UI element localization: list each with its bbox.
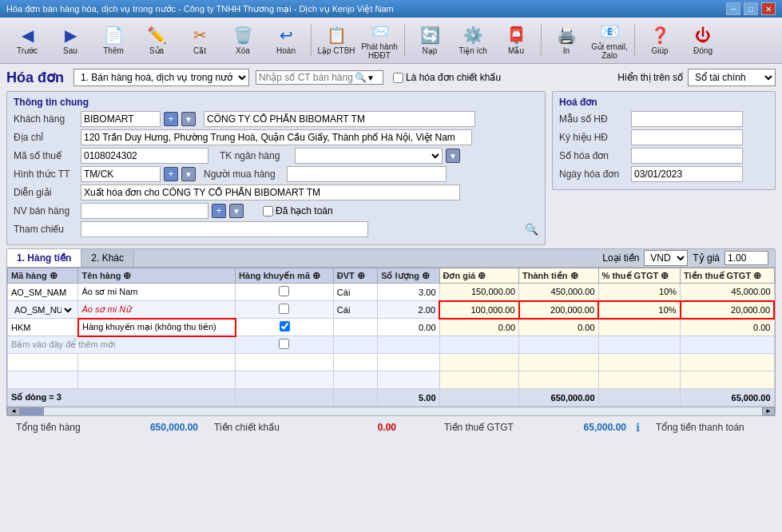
cell-thanh-tien[interactable]: 200,000.00 [519,301,599,319]
hinh-thuc-tt-input[interactable] [81,166,161,182]
cell-thanh-tien[interactable]: 0.00 [519,319,599,336]
ky-hieu-hd-input[interactable] [631,129,743,145]
tab-khac[interactable]: 2. Khác [81,249,134,267]
scroll-track[interactable] [20,407,762,415]
tham-chieu-input[interactable] [81,221,368,237]
edit-button[interactable]: ✏️ Sửa [136,22,177,60]
nv-ban-hang-row: NV bán hàng + ▼ Đã hạch toán [14,203,538,219]
cell-hang-khuyen-ma[interactable] [236,284,334,301]
tk-ngan-hang-label: TK ngân hàng [220,150,292,161]
cell-tien-thue-gtgt[interactable]: 0.00 [681,319,774,336]
delete-button[interactable]: 🗑️ Xóa [222,22,264,60]
info-icon[interactable]: ℹ [636,421,640,434]
col-header-thanh-tien: Thành tiền ⊕ [519,268,599,284]
khach-hang-input[interactable] [81,111,161,127]
undo-button[interactable]: ↩ Hoàn [265,22,307,60]
new-row[interactable]: Bấm vào đây để thêm mới [8,336,775,354]
cell-tien-thue-gtgt[interactable]: 45,000.00 [681,284,774,301]
zoom-icon[interactable]: 🔍 [525,223,538,236]
khach-hang-add-button[interactable]: + [164,112,178,126]
cell-ten-hang[interactable]: Hàng khuyến mại (không thu tiền) [78,319,236,336]
nv-ban-hang-input[interactable] [81,203,208,219]
next-button[interactable]: ▶ Sau [50,22,91,60]
scroll-right-button[interactable]: ► [762,407,775,415]
cell-dvt[interactable]: Cái [333,301,377,319]
cell-so-luong[interactable]: 2.00 [378,301,439,319]
scroll-left-button[interactable]: ◄ [7,407,20,415]
ctbh-button[interactable]: 📋 Lập CTBH [316,22,357,60]
cell-hang-khuyen-ma[interactable] [236,301,334,319]
cell-ma-hang[interactable]: AO_SM_NU [8,301,78,319]
email-icon: 📧 [600,22,620,41]
hinh-thuc-tt-dropdown[interactable]: ▼ [181,167,196,181]
tk-ngan-hang-select[interactable] [295,148,443,164]
cell-dvt[interactable] [333,319,377,336]
khach-hang-dropdown-button[interactable]: ▼ [181,112,196,126]
nv-ban-hang-add-button[interactable]: + [212,204,226,218]
tk-ngan-hang-dropdown[interactable]: ▼ [446,149,460,163]
ma-hang-select[interactable]: AO_SM_NU [11,304,74,316]
dien-giai-input[interactable] [81,185,460,200]
email-button[interactable]: 📧 Gửi email, Zalo [589,22,630,60]
da-hach-toan-label[interactable]: Đã hạch toán [263,205,333,216]
horizontal-scrollbar[interactable]: ◄ ► [7,407,775,415]
new-row-checkbox-cell[interactable] [236,336,334,354]
publish-button[interactable]: 📨 Phát hành HĐĐT [359,22,400,60]
cell-phan-tram-gtgt[interactable] [598,319,680,336]
hinh-thuc-tt-add-button[interactable]: + [164,167,178,181]
invoice-type-select[interactable]: 1. Bán hàng hoá, dịch vụ trong nước [73,69,249,86]
cell-phan-tram-gtgt[interactable]: 10% [598,301,680,319]
nguoi-mua-hang-input[interactable] [287,166,447,182]
cell-thanh-tien[interactable]: 450,000.00 [519,284,599,301]
discount-invoice-checkbox-label[interactable]: Là hóa đơn chiết khấu [393,72,501,83]
tien-thue-gtgt-total-item: Tiền thuế GTGT 65,000.00 ℹ [444,421,640,434]
nv-ban-hang-dropdown[interactable]: ▼ [229,204,244,218]
cell-don-gia[interactable]: 0.00 [439,319,519,336]
so-hoa-don-input[interactable] [631,148,743,164]
khach-hang-name-input[interactable] [204,111,475,127]
cell-dvt[interactable]: Cái [333,284,377,301]
cell-phan-tram-gtgt[interactable]: 10% [598,284,680,301]
cell-tien-thue-gtgt[interactable]: 20,000.00 [681,301,774,319]
cell-ma-hang[interactable]: HKM [8,319,78,336]
close-app-button[interactable]: ⏻ Đóng [682,22,724,60]
new-row-label[interactable]: Bấm vào đây để thêm mới [8,336,236,354]
help-button[interactable]: ❓ Giúp [639,22,681,60]
minimize-button[interactable]: ─ [726,2,740,15]
discount-invoice-checkbox[interactable] [393,73,403,83]
cell-don-gia[interactable]: 100,000.00 [439,301,519,319]
template-button[interactable]: 📮 Mẫu [495,22,537,60]
table-wrapper: Mã hàng ⊕ Tên hàng ⊕ Hàng khuyến mã ⊕ ĐV… [7,268,775,407]
print-button[interactable]: 🖨️ In [546,22,587,60]
ty-gia-input[interactable] [724,251,768,265]
cut-button[interactable]: ✂ Cắt [179,22,220,60]
loai-tien-select[interactable]: VND [644,250,688,266]
cell-so-luong[interactable]: 3.00 [378,284,439,301]
invoice-search-box[interactable]: 🔍 ▼ [256,70,383,85]
search-dropdown-icon[interactable]: ▼ [367,73,375,82]
search-input[interactable] [259,72,355,83]
prev-button[interactable]: ◀ Trước [6,22,48,60]
hoa-don-title: Hoá đơn [559,97,768,108]
mau-so-hd-input[interactable] [631,111,743,127]
form-left: Thông tin chung Khách hàng + ▼ Địa chỉ M… [6,91,546,245]
maximize-button[interactable]: □ [744,2,758,15]
cell-so-luong[interactable]: 0.00 [378,319,439,336]
dia-chi-input[interactable] [81,129,472,145]
display-select[interactable]: Sổ tài chính [688,69,776,86]
utility-button[interactable]: ⚙️ Tiện ích [452,22,494,60]
add-button[interactable]: 📄 Thêm [93,22,134,60]
title-close-button[interactable]: ✕ [761,2,776,15]
scroll-thumb[interactable] [20,407,44,415]
cell-ten-hang[interactable]: Áo sơ mi Nam [78,284,236,301]
cell-don-gia[interactable]: 150,000.00 [439,284,519,301]
ma-so-thue-input[interactable] [81,148,208,164]
cell-ma-hang[interactable]: AO_SM_NAM [8,284,78,301]
da-hach-toan-checkbox[interactable] [263,206,273,216]
load-button[interactable]: 🔄 Nạp [409,22,451,60]
cell-ten-hang[interactable]: Áo sơ mi Nữ [78,301,236,319]
tab-hang-tien[interactable]: 1. Hàng tiền [7,249,81,267]
cell-hang-khuyen-ma[interactable] [236,319,334,336]
delete-icon: 🗑️ [233,26,253,45]
ngay-hoa-don-input[interactable] [631,166,743,182]
